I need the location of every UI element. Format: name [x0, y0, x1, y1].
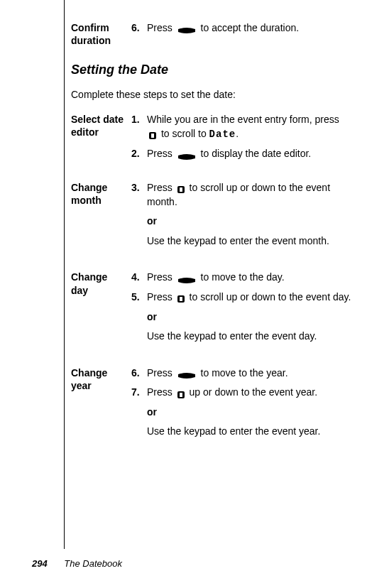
label-confirm-duration: Confirm duration: [71, 21, 131, 47]
date-field-label: Date: [209, 129, 236, 140]
step-text-part: Press: [147, 386, 175, 398]
alt-text: Use the keypad to enter the event day.: [147, 330, 353, 344]
step-text-part: Press: [147, 291, 175, 303]
step-text-part: Press: [147, 271, 175, 283]
step-text-part: to accept the duration.: [198, 22, 299, 33]
step-text-part: Press: [147, 148, 175, 159]
svg-rect-1: [151, 134, 154, 138]
step-3: 3. Press to scroll up or down to the eve…: [131, 181, 353, 209]
or-label: or: [147, 405, 353, 420]
left-softkey-icon: [177, 25, 197, 32]
step-text-part: to scroll to: [158, 128, 209, 139]
svg-rect-3: [180, 187, 182, 192]
right-softkey-icon: [177, 370, 197, 377]
intro-text: Complete these steps to set the date:: [71, 88, 353, 102]
section-change-day: Change day 4. Press to move to the day. …: [71, 271, 353, 352]
vertical-margin-line: [64, 0, 65, 549]
step-number: 4.: [131, 271, 147, 285]
step-text-part: to move to the year.: [198, 367, 288, 379]
step-text-part: Press: [147, 367, 175, 379]
or-label: or: [147, 310, 353, 325]
step-text-part: Press: [147, 182, 175, 193]
section-change-month: Change month 3. Press to scroll up or do…: [71, 181, 353, 256]
right-softkey-icon: [177, 275, 197, 282]
step-5: 5. Press to scroll up or down to the eve…: [131, 290, 353, 305]
alt-text: Use the keypad to enter the event month.: [147, 234, 353, 249]
page-footer: 294 The Datebook: [32, 557, 122, 570]
step-text-part: Press: [147, 22, 175, 33]
step-number: 7.: [131, 386, 147, 400]
footer-title: The Datebook: [64, 558, 122, 569]
step-number: 6.: [131, 21, 147, 36]
heading-setting-date: Setting the Date: [71, 61, 353, 79]
svg-rect-5: [180, 297, 182, 301]
step-number: 5.: [131, 290, 147, 305]
step-number: 3.: [131, 181, 147, 209]
section-confirm-duration: Confirm duration 6. Press to accept the …: [71, 21, 353, 47]
or-label: or: [147, 214, 353, 229]
page-content: Confirm duration 6. Press to accept the …: [0, 0, 367, 490]
step-text-part: up or down to the event year.: [187, 386, 317, 398]
label-change-year: Change year: [71, 366, 131, 447]
step-text-part: .: [236, 128, 239, 139]
label-change-day: Change day: [71, 271, 131, 352]
step-4: 4. Press to move to the day.: [131, 271, 353, 285]
step-text-part: to scroll up or down to the event day.: [187, 291, 351, 303]
section-select-date-editor: Select date editor 1. While you are in t…: [71, 113, 353, 167]
scroll-key-icon: [177, 389, 185, 398]
step-number: 2.: [131, 147, 147, 161]
step-number: 1.: [131, 113, 147, 141]
label-change-month: Change month: [71, 181, 131, 256]
svg-rect-7: [180, 393, 182, 397]
scroll-key-icon: [177, 184, 185, 192]
step-2: 2. Press to display the date editor.: [131, 147, 353, 161]
page-number: 294: [32, 558, 48, 569]
step-6-year: 6. Press to move to the year.: [131, 366, 353, 381]
step-text-part: to move to the day.: [198, 271, 285, 283]
scroll-key-icon: [177, 293, 185, 302]
alt-text: Use the keypad to enter the event year.: [147, 425, 353, 439]
step-1: 1. While you are in the event entry form…: [131, 113, 353, 141]
scroll-key-icon: [148, 130, 157, 138]
section-change-year: Change year 6. Press to move to the year…: [71, 366, 353, 447]
step-number: 6.: [131, 366, 147, 381]
label-select-date-editor: Select date editor: [71, 113, 131, 167]
step-text-part: While you are in the event entry form, p…: [147, 114, 339, 125]
right-softkey-icon: [177, 151, 197, 158]
step-7: 7. Press up or down to the event year.: [131, 386, 353, 400]
step-6-confirm: 6. Press to accept the duration.: [131, 21, 353, 36]
step-text-part: to display the date editor.: [198, 148, 312, 159]
